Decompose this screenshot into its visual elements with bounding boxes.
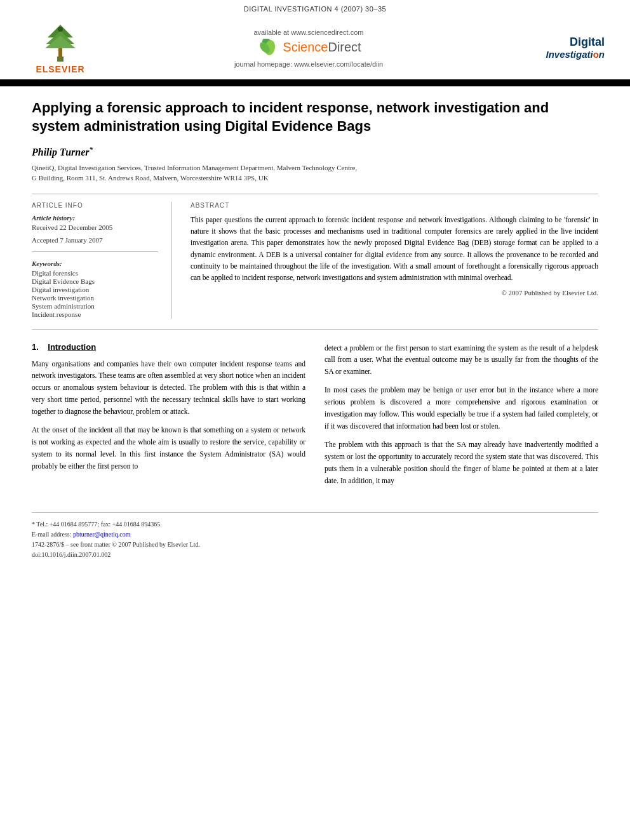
elsevier-tree-icon — [35, 22, 86, 63]
right-para1: detect a problem or the first person to … — [325, 342, 598, 378]
info-abstract-section: ARTICLE INFO Article history: Received 2… — [32, 202, 598, 319]
journal-homepage: journal homepage: www.elsevier.com/locat… — [234, 60, 383, 68]
sciencedirect-logo: ScienceDirect — [256, 39, 361, 57]
section1-heading: 1. Introduction — [32, 342, 305, 352]
article-info: ARTICLE INFO Article history: Received 2… — [32, 202, 171, 319]
right-column: detect a problem or the first person to … — [325, 342, 598, 494]
footer-area: * Tel.: +44 01684 895777; fax: +44 01684… — [32, 512, 598, 560]
logo-bar: ELSEVIER available at www.sciencedirect.… — [0, 15, 630, 81]
accepted-date: Accepted 7 January 2007 — [32, 236, 158, 244]
abstract-title: ABSTRACT — [191, 202, 598, 209]
available-text: available at www.sciencedirect.com — [253, 29, 363, 36]
elsevier-text: ELSEVIER — [36, 64, 84, 74]
history-label: Article history: — [32, 214, 158, 222]
affiliation: QinetiQ, Digital Investigation Services,… — [32, 163, 598, 183]
elsevier-logo: ELSEVIER — [25, 22, 95, 74]
sciencedirect-text: ScienceDirect — [283, 40, 361, 55]
black-bar — [0, 81, 630, 86]
journal-header: DIGITAL INVESTIGATION 4 (2007) 30–35 — [0, 0, 630, 15]
journal-name: DIGITAL INVESTIGATION 4 (2007) 30–35 — [244, 5, 386, 13]
divider-affiliation — [32, 194, 598, 194]
section1-para1: Many organisations and companies have th… — [32, 358, 305, 418]
keyword-3: Digital investigation — [32, 286, 158, 293]
footnote-tel: * Tel.: +44 01684 895777; fax: +44 01684… — [32, 519, 598, 530]
keyword-5: System administration — [32, 302, 158, 310]
right-para3: The problem with this approach is that t… — [325, 439, 598, 487]
keywords-label: Keywords: — [32, 260, 158, 267]
main-content: Applying a forensic approach to incident… — [0, 86, 630, 573]
received-date: Received 22 December 2005 — [32, 223, 158, 231]
abstract-section: ABSTRACT This paper questions the curren… — [191, 202, 598, 319]
center-logo: available at www.sciencedirect.com Scien… — [234, 29, 383, 68]
body-content: 1. Introduction Many organisations and c… — [32, 342, 598, 494]
email-link[interactable]: pbturner@qinetiq.com — [73, 531, 131, 538]
sciencedirect-icon — [256, 39, 279, 57]
divider-keywords — [32, 251, 158, 252]
footnote-doi: doi:10.1016/j.diin.2007.01.002 — [32, 550, 598, 560]
keywords-section: Keywords: Digital forensics Digital Evid… — [32, 260, 158, 318]
keyword-1: Digital forensics — [32, 269, 158, 277]
left-column: 1. Introduction Many organisations and c… — [32, 342, 305, 494]
page: DIGITAL INVESTIGATION 4 (2007) 30–35 ELS… — [0, 0, 630, 840]
di-logo-text: Digital Investigation — [522, 36, 605, 61]
copyright: © 2007 Published by Elsevier Ltd. — [191, 289, 598, 297]
section1-para2: At the onset of the incident all that ma… — [32, 424, 305, 472]
keyword-4: Network investigation — [32, 294, 158, 302]
keyword-2: Digital Evidence Bags — [32, 277, 158, 285]
footnote-email: E-mail address: pbturner@qinetiq.com — [32, 530, 598, 540]
article-title: Applying a forensic approach to incident… — [32, 99, 598, 135]
digital-investigation-logo: Digital Investigation — [522, 36, 605, 61]
svg-point-5 — [58, 27, 63, 32]
right-para2: In most cases the problem may be benign … — [325, 384, 598, 432]
keyword-6: Incident response — [32, 310, 158, 318]
divider-body — [32, 329, 598, 330]
abstract-text: This paper questions the current approac… — [191, 214, 598, 284]
author-name: Philip Turner* — [32, 145, 598, 158]
article-info-title: ARTICLE INFO — [32, 202, 158, 209]
footnote-issn: 1742-2876/$ – see front matter © 2007 Pu… — [32, 540, 598, 550]
